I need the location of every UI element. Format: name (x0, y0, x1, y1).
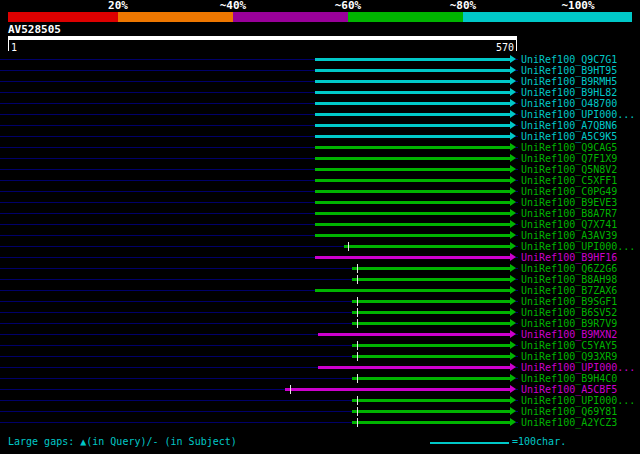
hit-alignment-bar[interactable] (352, 322, 510, 325)
hit-row: UniRef100_Q9C7G1 (0, 54, 640, 65)
hit-alignment-bar[interactable] (315, 113, 510, 116)
hit-id-link[interactable]: UniRef100_A7QBN6 (521, 120, 617, 131)
hit-row: UniRef100_UPI000... (0, 109, 640, 120)
hit-alignment-bar[interactable] (315, 168, 510, 171)
hit-id-link[interactable]: UniRef100_UPI000... (521, 109, 635, 120)
hit-id-link[interactable]: UniRef100_C5YAY5 (521, 340, 617, 351)
hit-id-link[interactable]: UniRef100_B8A7R7 (521, 208, 617, 219)
hit-alignment-bar[interactable] (352, 410, 510, 413)
hit-row: UniRef100_B9EVE3 (0, 197, 640, 208)
hit-id-link[interactable]: UniRef100_B6SV52 (521, 307, 617, 318)
hit-id-link[interactable]: UniRef100_B8AH98 (521, 274, 617, 285)
hit-alignment-bar[interactable] (352, 311, 510, 314)
hit-id-link[interactable]: UniRef100_B9EVE3 (521, 197, 617, 208)
hit-alignment-bar[interactable] (315, 146, 510, 149)
hit-row: UniRef100_B7ZAX6 (0, 285, 640, 296)
hit-id-link[interactable]: UniRef100_A2YCZ3 (521, 417, 617, 428)
hit-id-link[interactable]: UniRef100_B9HF16 (521, 252, 617, 263)
hit-alignment-bar[interactable] (315, 179, 510, 182)
hit-id-link[interactable]: UniRef100_B9MXN2 (521, 329, 617, 340)
hit-alignment-bar[interactable] (318, 366, 510, 369)
hit-alignment-bar[interactable] (285, 388, 510, 391)
hit-alignment-bar[interactable] (352, 300, 510, 303)
hit-arrowhead-icon (510, 418, 516, 426)
hit-row: UniRef100_C5YAY5 (0, 340, 640, 351)
gap-tick (357, 341, 358, 350)
hit-id-link[interactable]: UniRef100_A3AV39 (521, 230, 617, 241)
hit-id-link[interactable]: UniRef100_UPI000... (521, 362, 635, 373)
hit-id-link[interactable]: UniRef100_Q9C7G1 (521, 54, 617, 65)
hit-alignment-bar[interactable] (318, 333, 510, 336)
hit-arrowhead-icon (510, 275, 516, 283)
hit-arrowhead-icon (510, 220, 516, 228)
hit-id-link[interactable]: UniRef100_Q93XR9 (521, 351, 617, 362)
hit-alignment-bar[interactable] (352, 267, 510, 270)
hit-alignment-bar[interactable] (352, 278, 510, 281)
hit-alignment-bar[interactable] (315, 223, 510, 226)
hit-id-link[interactable]: UniRef100_C5XFF1 (521, 175, 617, 186)
hit-alignment-bar[interactable] (315, 124, 510, 127)
hit-id-link[interactable]: UniRef100_A5C9K5 (521, 131, 617, 142)
hit-arrowhead-icon (510, 165, 516, 173)
hit-id-link[interactable]: UniRef100_UPI000... (521, 395, 635, 406)
gap-tick (357, 308, 358, 317)
hit-id-link[interactable]: UniRef100_B9R7V9 (521, 318, 617, 329)
hit-alignment-bar[interactable] (315, 212, 510, 215)
hit-row: UniRef100_UPI000... (0, 395, 640, 406)
hit-id-link[interactable]: UniRef100_Q7F1X9 (521, 153, 617, 164)
hit-alignment-bar[interactable] (352, 344, 510, 347)
hit-id-link[interactable]: UniRef100_B9HT95 (521, 65, 617, 76)
hit-alignment-bar[interactable] (315, 58, 510, 61)
hit-alignment-bar[interactable] (352, 421, 510, 424)
hit-row: UniRef100_A2YCZ3 (0, 417, 640, 428)
hit-arrowhead-icon (510, 242, 516, 250)
hit-id-link[interactable]: UniRef100_Q69Y81 (521, 406, 617, 417)
gap-tick (357, 396, 358, 405)
hit-alignment-bar[interactable] (352, 399, 510, 402)
hit-alignment-bar[interactable] (315, 289, 510, 292)
hit-alignment-bar[interactable] (315, 80, 510, 83)
gap-tick (357, 319, 358, 328)
gap-tick (357, 264, 358, 273)
hit-id-link[interactable]: UniRef100_O48700 (521, 98, 617, 109)
hit-arrowhead-icon (510, 374, 516, 382)
hit-arrowhead-icon (510, 55, 516, 63)
hit-row: UniRef100_B9H4C0 (0, 373, 640, 384)
hit-id-link[interactable]: UniRef100_B9H4C0 (521, 373, 617, 384)
scale-ruler-line (430, 442, 509, 444)
hit-arrowhead-icon (510, 209, 516, 217)
hit-alignment-bar[interactable] (315, 157, 510, 160)
hit-alignment-bar[interactable] (315, 135, 510, 138)
hit-alignment-bar[interactable] (315, 256, 510, 259)
hit-id-link[interactable]: UniRef100_Q7X741 (521, 219, 617, 230)
hit-id-link[interactable]: UniRef100_Q5N8V2 (521, 164, 617, 175)
hit-row: UniRef100_B9R7V9 (0, 318, 640, 329)
hit-alignment-bar[interactable] (352, 355, 510, 358)
hit-id-link[interactable]: UniRef100_UPI000... (521, 241, 635, 252)
hit-arrowhead-icon (510, 121, 516, 129)
gap-tick (357, 352, 358, 361)
hit-id-link[interactable]: UniRef100_B9RMH5 (521, 76, 617, 87)
hit-alignment-bar[interactable] (315, 69, 510, 72)
hit-arrowhead-icon (510, 407, 516, 415)
hit-id-link[interactable]: UniRef100_C0PG49 (521, 186, 617, 197)
hit-alignment-bar[interactable] (315, 190, 510, 193)
hit-row: UniRef100_B9MXN2 (0, 329, 640, 340)
hit-alignment-bar[interactable] (315, 201, 510, 204)
hit-id-link[interactable]: UniRef100_B7ZAX6 (521, 285, 617, 296)
hit-id-link[interactable]: UniRef100_Q6Z2G6 (521, 263, 617, 274)
hit-alignment-bar[interactable] (352, 377, 510, 380)
hit-alignment-bar[interactable] (344, 245, 510, 248)
hit-row: UniRef100_Q9CAG5 (0, 142, 640, 153)
hit-alignment-bar[interactable] (315, 91, 510, 94)
hit-alignment-bar[interactable] (315, 234, 510, 237)
hit-id-link[interactable]: UniRef100_B9SGF1 (521, 296, 617, 307)
hit-row: UniRef100_UPI000... (0, 241, 640, 252)
hit-id-link[interactable]: UniRef100_B9HL82 (521, 87, 617, 98)
hit-row: UniRef100_O48700 (0, 98, 640, 109)
hit-alignment-bar[interactable] (315, 102, 510, 105)
hit-id-link[interactable]: UniRef100_A5CBF5 (521, 384, 617, 395)
hit-id-link[interactable]: UniRef100_Q9CAG5 (521, 142, 617, 153)
alignment-overview-app: 20%~40%~60%~80%~100% AV528505 1 570 UniR… (0, 0, 640, 454)
hit-row: UniRef100_B9HL82 (0, 87, 640, 98)
